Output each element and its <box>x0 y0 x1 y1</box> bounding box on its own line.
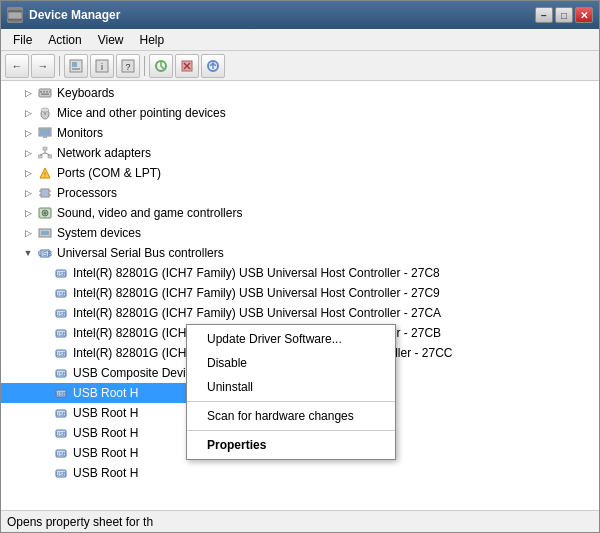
spacer-composite <box>37 366 51 380</box>
port-icon: ! <box>37 165 53 181</box>
forward-button[interactable]: → <box>31 54 55 78</box>
usb-hub-icon-3: USB <box>53 425 69 441</box>
tree-item-ports[interactable]: ▷ ! Ports (COM & LPT) <box>1 163 599 183</box>
svg-text:USB: USB <box>56 471 67 477</box>
processors-label: Processors <box>57 186 117 200</box>
context-disable[interactable]: Disable <box>187 351 395 375</box>
system-icon <box>37 225 53 241</box>
context-update-driver[interactable]: Update Driver Software... <box>187 327 395 351</box>
status-text: Opens property sheet for th <box>7 515 153 529</box>
restore-button[interactable]: □ <box>555 7 573 23</box>
svg-text:i: i <box>101 62 103 72</box>
svg-line-32 <box>45 153 50 155</box>
svg-line-31 <box>40 153 45 155</box>
expand-ports: ▷ <box>21 166 35 180</box>
update-button[interactable] <box>201 54 225 78</box>
tree-item-processors[interactable]: ▷ Processors <box>1 183 599 203</box>
usb-ctrl-icon-3: USB <box>53 305 69 321</box>
usb2-label: Intel(R) 82801G (ICH7 Family) USB Univer… <box>73 286 440 300</box>
usb-hub-icon-1: USB <box>53 385 69 401</box>
composite-label: USB Composite Device <box>73 366 198 380</box>
system-label: System devices <box>57 226 141 240</box>
tree-item-sound[interactable]: ▷ Sound, video and game controllers <box>1 203 599 223</box>
tree-item-usbroot1[interactable]: USB USB Root H <box>1 383 186 403</box>
properties-button[interactable] <box>64 54 88 78</box>
context-uninstall[interactable]: Uninstall <box>187 375 395 399</box>
tree-item-keyboards[interactable]: ▷ Keyboards <box>1 83 599 103</box>
spacer-usb2 <box>37 286 51 300</box>
spacer-usbroot5 <box>37 466 51 480</box>
mice-label: Mice and other pointing devices <box>57 106 226 120</box>
svg-rect-27 <box>43 147 47 150</box>
menu-file[interactable]: File <box>5 31 40 49</box>
tree-item-monitors[interactable]: ▷ Monitors <box>1 123 599 143</box>
tree-item-usbroot5[interactable]: USB USB Root H <box>1 463 599 483</box>
menu-help[interactable]: Help <box>132 31 173 49</box>
svg-rect-18 <box>46 91 48 93</box>
spacer-usbroot1 <box>37 386 51 400</box>
svg-text:USB: USB <box>38 250 52 257</box>
svg-text:USB: USB <box>56 371 67 377</box>
spacer-usbroot2 <box>37 406 51 420</box>
svg-point-23 <box>41 108 49 112</box>
close-button[interactable]: ✕ <box>575 7 593 23</box>
svg-text:!: ! <box>44 171 46 178</box>
svg-text:USB: USB <box>56 451 67 457</box>
svg-rect-28 <box>38 155 42 158</box>
expand-network: ▷ <box>21 146 35 160</box>
tree-item-system[interactable]: ▷ System devices <box>1 223 599 243</box>
tree-item-mice[interactable]: ▷ Mice and other pointing devices <box>1 103 599 123</box>
usbroot3-label: USB Root H <box>73 426 138 440</box>
scan-button[interactable] <box>149 54 173 78</box>
back-button[interactable]: ← <box>5 54 29 78</box>
tree-item-usb1[interactable]: USB Intel(R) 82801G (ICH7 Family) USB Un… <box>1 263 599 283</box>
usb-hub-icon-5: USB <box>53 465 69 481</box>
remove-button[interactable] <box>175 54 199 78</box>
usb3-label: Intel(R) 82801G (ICH7 Family) USB Univer… <box>73 306 441 320</box>
svg-rect-16 <box>40 91 42 93</box>
monitor-icon <box>37 125 53 141</box>
svg-rect-36 <box>42 190 48 196</box>
status-bar: Opens property sheet for th <box>1 510 599 532</box>
svg-text:USB: USB <box>56 391 67 397</box>
help-button[interactable]: ? <box>116 54 140 78</box>
svg-text:USB: USB <box>56 291 67 297</box>
keyboards-label: Keyboards <box>57 86 114 100</box>
spacer-usbroot3 <box>37 426 51 440</box>
spacer-usbroot4 <box>37 446 51 460</box>
expand-usb: ▼ <box>21 246 35 260</box>
minimize-button[interactable]: − <box>535 7 553 23</box>
sound-label: Sound, video and game controllers <box>57 206 242 220</box>
expand-mice: ▷ <box>21 106 35 120</box>
menu-bar: File Action View Help <box>1 29 599 51</box>
info-button[interactable]: i <box>90 54 114 78</box>
window-controls: − □ ✕ <box>535 7 593 23</box>
usb-hub-icon-2: USB <box>53 405 69 421</box>
keyboard-icon <box>37 85 53 101</box>
tree-item-network[interactable]: ▷ Network adapters <box>1 143 599 163</box>
tree-item-usb[interactable]: ▼ USB Universal Serial Bus controllers <box>1 243 599 263</box>
svg-text:USB: USB <box>56 331 67 337</box>
spacer-usb5 <box>37 346 51 360</box>
context-menu: Update Driver Software... Disable Uninst… <box>186 324 396 460</box>
usbroot5-label: USB Root H <box>73 466 138 480</box>
expand-sound: ▷ <box>21 206 35 220</box>
svg-rect-1 <box>11 20 19 22</box>
svg-rect-20 <box>41 94 49 96</box>
tree-item-usb3[interactable]: USB Intel(R) 82801G (ICH7 Family) USB Un… <box>1 303 599 323</box>
svg-text:USB: USB <box>56 431 67 437</box>
menu-action[interactable]: Action <box>40 31 89 49</box>
svg-text:USB: USB <box>56 351 67 357</box>
expand-processors: ▷ <box>21 186 35 200</box>
svg-rect-2 <box>8 12 22 19</box>
context-properties[interactable]: Properties <box>187 433 395 457</box>
svg-rect-15 <box>39 89 51 97</box>
context-scan[interactable]: Scan for hardware changes <box>187 404 395 428</box>
monitors-label: Monitors <box>57 126 103 140</box>
window-icon <box>7 7 23 23</box>
menu-view[interactable]: View <box>90 31 132 49</box>
tree-item-usb2[interactable]: USB Intel(R) 82801G (ICH7 Family) USB Un… <box>1 283 599 303</box>
svg-text:USB: USB <box>56 311 67 317</box>
title-bar: Device Manager − □ ✕ <box>1 1 599 29</box>
mouse-icon <box>37 105 53 121</box>
